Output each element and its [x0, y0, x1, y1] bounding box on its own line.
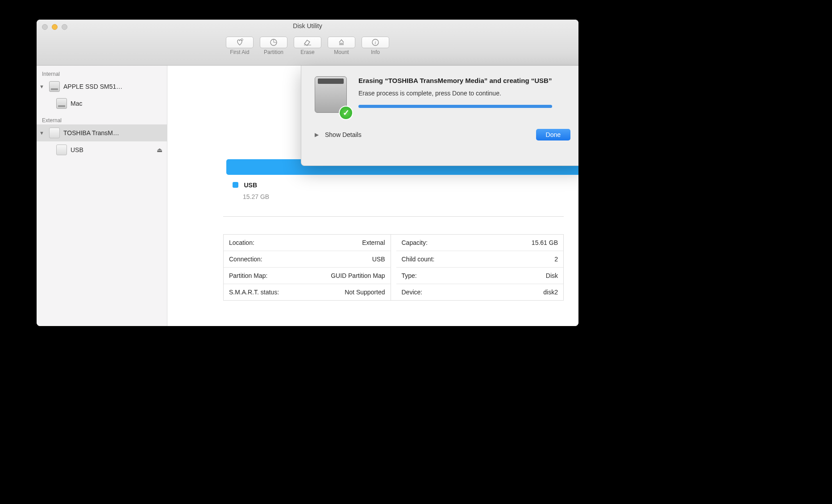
toolbar-label: Mount [334, 49, 349, 55]
erase-sheet: ✓ Erasing “TOSHIBA TransMemory Media” an… [301, 66, 578, 166]
sidebar-item-internal-disk[interactable]: ▼ APPLE SSD SM51… [37, 78, 167, 95]
prop-partition-map: Partition Map:GUID Partition Map [224, 268, 391, 284]
sidebar: Internal ▼ APPLE SSD SM51… Mac External … [37, 66, 167, 326]
external-disk-icon [48, 128, 61, 138]
sidebar-item-external-volume[interactable]: USB ⏏ [37, 141, 167, 158]
progress-bar [358, 105, 552, 108]
prop-key: Location: [229, 239, 254, 246]
sidebar-item-label: APPLE SSD SM51… [63, 83, 122, 90]
prop-value: Not Supported [345, 289, 385, 296]
color-swatch [233, 182, 238, 188]
chevron-down-icon[interactable]: ▼ [39, 130, 46, 136]
prop-key: Type: [402, 272, 417, 279]
volume-size: 15.27 GB [243, 193, 269, 200]
toolbar: First Aid Partition Erase Mount [37, 37, 578, 55]
sidebar-item-label: USB [71, 146, 83, 153]
prop-value: External [362, 239, 385, 246]
hard-disk-icon [55, 98, 68, 109]
sidebar-item-internal-volume[interactable]: Mac [37, 95, 167, 112]
volume-name: USB [244, 182, 257, 189]
prop-value: disk2 [543, 289, 558, 296]
sheet-subtitle: Erase process is complete, press Done to… [358, 90, 570, 97]
prop-key: Device: [402, 289, 423, 296]
checkmark-badge-icon: ✓ [339, 106, 353, 120]
toolbar-label: Erase [300, 49, 314, 55]
sidebar-item-external-disk[interactable]: ▼ TOSHIBA TransM… [37, 124, 167, 141]
sheet-footer: ▶ Show Details Done [315, 129, 570, 140]
info-icon: i [362, 37, 389, 48]
disk-utility-window: Disk Utility First Aid Partition Erase [37, 20, 578, 326]
chevron-down-icon[interactable]: ▼ [39, 84, 46, 89]
partition-icon [260, 37, 287, 48]
prop-value: GUID Partition Map [331, 272, 385, 279]
svg-text:i: i [375, 40, 376, 45]
hard-disk-icon [48, 81, 61, 92]
toolbar-label: Partition [264, 49, 283, 55]
prop-smart: S.M.A.R.T. status:Not Supported [224, 284, 391, 300]
window-body: Internal ▼ APPLE SSD SM51… Mac External … [37, 66, 578, 326]
toolbar-label: First Aid [230, 49, 249, 55]
prop-location: Location:External [224, 235, 391, 251]
properties-table: Location:External Capacity:15.61 GB Conn… [223, 234, 564, 301]
prop-value: Disk [546, 272, 558, 279]
prop-device: Device:disk2 [396, 284, 564, 300]
sidebar-item-label: Mac [71, 100, 82, 107]
prop-value: 15.61 GB [532, 239, 558, 246]
prop-key: Child count: [402, 256, 435, 263]
toolbar-mount[interactable]: Mount [328, 37, 355, 55]
prop-value: USB [372, 256, 385, 263]
sidebar-header-internal: Internal [37, 68, 167, 78]
titlebar: Disk Utility First Aid Partition Erase [37, 20, 578, 66]
toolbar-first-aid[interactable]: First Aid [226, 37, 254, 55]
prop-key: S.M.A.R.T. status: [229, 289, 279, 296]
prop-connection: Connection:USB [224, 251, 391, 268]
first-aid-icon [226, 37, 254, 48]
done-button[interactable]: Done [536, 129, 570, 140]
external-disk-icon [55, 145, 68, 155]
sheet-icon: ✓ [315, 76, 349, 116]
show-details-label: Show Details [325, 131, 362, 138]
window-title: Disk Utility [37, 22, 578, 29]
prop-key: Partition Map: [229, 272, 267, 279]
prop-value: 2 [554, 256, 558, 263]
sheet-title: Erasing “TOSHIBA TransMemory Media” and … [358, 76, 570, 85]
prop-key: Connection: [229, 256, 262, 263]
toolbar-partition[interactable]: Partition [260, 37, 287, 55]
volume-legend: USB 15.27 GB [233, 181, 269, 200]
show-details-toggle[interactable]: ▶ Show Details [315, 131, 362, 138]
eject-icon[interactable]: ⏏ [157, 146, 162, 153]
erase-icon [294, 37, 321, 48]
sheet-head: ✓ Erasing “TOSHIBA TransMemory Media” an… [315, 76, 570, 116]
chevron-right-icon: ▶ [315, 132, 319, 138]
prop-type: Type:Disk [396, 268, 564, 284]
toolbar-label: Info [371, 49, 380, 55]
divider [223, 216, 564, 217]
toolbar-erase[interactable]: Erase [294, 37, 321, 55]
mount-icon [328, 37, 355, 48]
prop-child-count: Child count:2 [396, 251, 564, 268]
sheet-text: Erasing “TOSHIBA TransMemory Media” and … [358, 76, 570, 116]
sidebar-header-external: External [37, 115, 167, 124]
sidebar-item-label: TOSHIBA TransM… [63, 129, 119, 136]
main-content: ✓ Erasing “TOSHIBA TransMemory Media” an… [167, 66, 578, 326]
prop-key: Capacity: [402, 239, 428, 246]
prop-capacity: Capacity:15.61 GB [396, 235, 564, 251]
toolbar-info[interactable]: i Info [362, 37, 389, 55]
